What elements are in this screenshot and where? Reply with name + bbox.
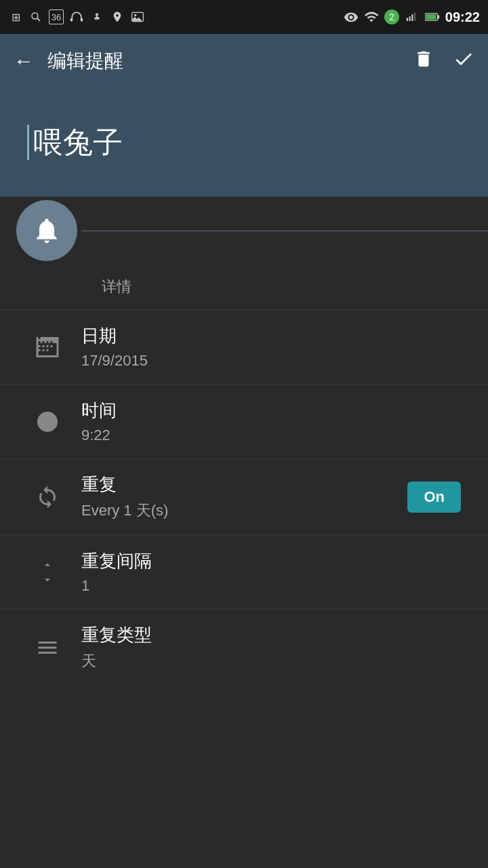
repeat-interval-content: 重复间隔 1 bbox=[81, 549, 461, 595]
back-button[interactable]: ← bbox=[14, 50, 34, 73]
svg-rect-12 bbox=[426, 14, 436, 20]
svg-point-0 bbox=[32, 13, 38, 19]
detail-row[interactable]: 详情 bbox=[0, 264, 488, 309]
add-icon: ⊞ bbox=[8, 9, 23, 24]
eye-icon bbox=[344, 9, 359, 24]
toolbar: ← 编辑提醒 bbox=[0, 34, 488, 88]
headset-icon bbox=[69, 9, 84, 24]
svg-point-5 bbox=[134, 14, 136, 16]
status-icons-right: 2 09:22 bbox=[344, 9, 480, 25]
svg-rect-7 bbox=[409, 16, 410, 21]
toolbar-title: 编辑提醒 bbox=[47, 48, 413, 74]
repeat-row[interactable]: 重复 Every 1 天(s) On bbox=[0, 458, 488, 534]
menu-icon bbox=[27, 635, 68, 660]
text-cursor bbox=[27, 125, 29, 160]
time-content: 时间 9:22 bbox=[81, 399, 461, 444]
date-row[interactable]: 日期 17/9/2015 bbox=[0, 309, 488, 384]
signal-icon bbox=[405, 9, 420, 24]
repeat-toggle[interactable]: On bbox=[407, 481, 461, 513]
status-bar: ⊞ 36 2 bbox=[0, 0, 488, 34]
repeat-interval-title: 重复间隔 bbox=[81, 549, 461, 573]
svg-rect-6 bbox=[407, 18, 408, 22]
svg-rect-11 bbox=[437, 15, 439, 18]
bell-section bbox=[0, 197, 488, 264]
repeat-value: Every 1 天(s) bbox=[81, 500, 407, 521]
svg-rect-8 bbox=[411, 14, 413, 21]
updown-icon bbox=[27, 558, 68, 587]
time-row[interactable]: 时间 9:22 bbox=[0, 384, 488, 458]
search-icon bbox=[28, 9, 43, 24]
bell-divider bbox=[81, 231, 488, 231]
status-icons-left: ⊞ 36 bbox=[8, 9, 145, 24]
delete-button[interactable] bbox=[413, 49, 434, 74]
repeat-icon bbox=[27, 485, 68, 509]
svg-rect-2 bbox=[70, 18, 73, 22]
svg-rect-9 bbox=[414, 12, 415, 21]
time-title: 时间 bbox=[81, 399, 461, 422]
battery-36-icon: 36 bbox=[49, 9, 64, 24]
confirm-button[interactable] bbox=[453, 48, 474, 75]
svg-rect-3 bbox=[81, 18, 83, 22]
location-icon bbox=[110, 9, 125, 24]
repeat-content: 重复 Every 1 天(s) bbox=[81, 473, 407, 521]
title-area[interactable]: 喂兔子 bbox=[0, 88, 488, 197]
date-value: 17/9/2015 bbox=[81, 352, 461, 370]
wifi-icon bbox=[364, 9, 379, 24]
repeat-interval-value: 1 bbox=[81, 577, 461, 595]
reminder-title: 喂兔子 bbox=[33, 123, 123, 163]
clock-icon bbox=[27, 410, 68, 434]
repeat-interval-row[interactable]: 重复间隔 1 bbox=[0, 534, 488, 609]
repeat-type-value: 天 bbox=[81, 651, 461, 671]
notification-badge: 2 bbox=[384, 9, 399, 24]
bell-button[interactable] bbox=[16, 200, 77, 261]
repeat-title: 重复 bbox=[81, 473, 407, 496]
svg-line-1 bbox=[37, 18, 40, 21]
repeat-type-row[interactable]: 重复类型 天 bbox=[0, 609, 488, 685]
toggle-on-label[interactable]: On bbox=[407, 481, 461, 513]
time-value: 9:22 bbox=[81, 427, 461, 444]
image-icon bbox=[130, 9, 145, 24]
date-title: 日期 bbox=[81, 324, 461, 348]
repeat-type-title: 重复类型 bbox=[81, 623, 461, 647]
usb-icon bbox=[89, 9, 104, 24]
repeat-type-content: 重复类型 天 bbox=[81, 623, 461, 671]
battery-icon bbox=[425, 9, 440, 24]
status-time: 09:22 bbox=[445, 9, 480, 25]
calendar-icon bbox=[27, 335, 68, 359]
date-content: 日期 17/9/2015 bbox=[81, 324, 461, 370]
detail-label: 详情 bbox=[102, 278, 131, 295]
